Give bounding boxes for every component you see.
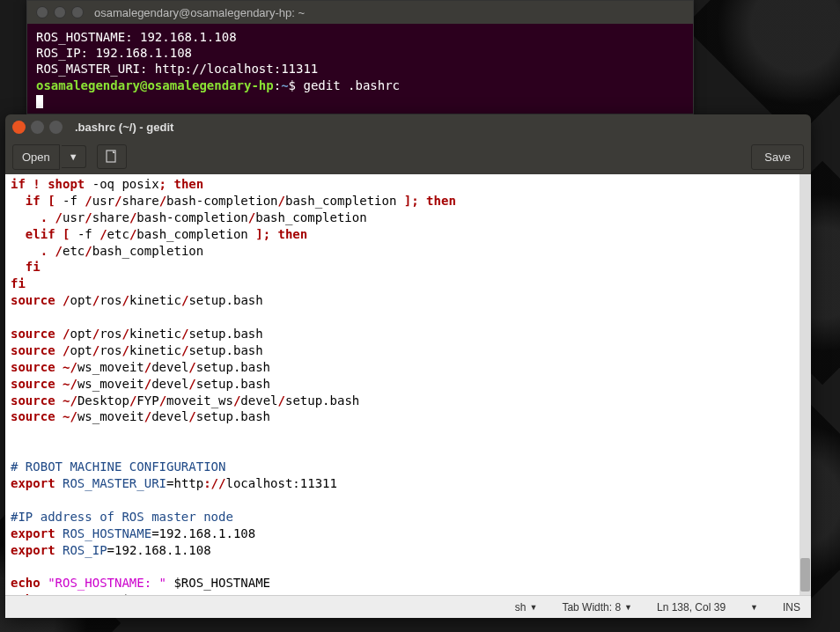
status-insert-mode[interactable]: INS [783, 601, 800, 614]
term-dollar: $ [289, 78, 304, 92]
terminal-close-icon[interactable] [36, 6, 48, 18]
terminal-cursor-icon [36, 95, 43, 108]
terminal-max-icon[interactable] [71, 6, 84, 18]
terminal-body[interactable]: ROS_HOSTNAME: 192.168.1.108 ROS_IP: 192.… [27, 24, 693, 114]
gedit-toolbar: Open ▼ Save [5, 139, 811, 174]
terminal-window: osamalegendary@osamalegendary-hp: ~ ROS_… [26, 0, 694, 114]
chevron-down-icon: ▼ [529, 603, 537, 612]
term-user: osamalegendary@osamalegendary-hp [36, 78, 274, 92]
gedit-titlebar[interactable]: .bashrc (~/) - gedit [5, 114, 811, 139]
close-icon[interactable] [12, 121, 26, 134]
status-language[interactable]: sh▼ [515, 601, 538, 614]
term-text: http://localhost:11311 [155, 62, 318, 76]
terminal-min-icon[interactable] [54, 6, 66, 18]
term-path: ~ [281, 78, 288, 92]
term-text: ROS_MASTER_URI: [36, 62, 155, 76]
status-cursor-pos: Ln 138, Col 39 [657, 601, 726, 614]
open-dropdown-button[interactable]: ▼ [62, 145, 86, 168]
open-button[interactable]: Open [12, 144, 60, 170]
statusbar: sh▼ Tab Width: 8▼ Ln 138, Col 39 ▼ INS [5, 595, 811, 618]
maximize-icon[interactable] [49, 121, 63, 134]
terminal-titlebar[interactable]: osamalegendary@osamalegendary-hp: ~ [27, 1, 693, 24]
new-document-button[interactable] [97, 144, 127, 169]
gedit-window: .bashrc (~/) - gedit Open ▼ Save if ! sh… [5, 114, 811, 618]
scroll-thumb[interactable] [800, 558, 810, 592]
term-text: ROS_IP: [36, 46, 95, 60]
term-sep: : [274, 78, 281, 92]
editor-scrollbar[interactable] [799, 174, 811, 595]
chevron-down-icon: ▼ [624, 603, 632, 612]
gedit-title: .bashrc (~/) - gedit [75, 121, 173, 134]
editor-content[interactable]: if ! shopt -oq posix; then if [ -f /usr/… [5, 174, 811, 595]
save-button[interactable]: Save [751, 144, 804, 170]
term-text: 192.168.1.108 [95, 46, 192, 60]
editor-area[interactable]: if ! shopt -oq posix; then if [ -f /usr/… [5, 174, 811, 595]
terminal-title: osamalegendary@osamalegendary-hp: ~ [94, 6, 305, 19]
term-cmd: gedit .bashrc [303, 78, 400, 92]
minimize-icon[interactable] [31, 121, 44, 134]
term-text: ROS_HOSTNAME: [36, 30, 140, 44]
chevron-down-icon[interactable]: ▼ [750, 603, 758, 612]
status-tab-width[interactable]: Tab Width: 8▼ [562, 601, 632, 614]
term-text: 192.168.1.108 [140, 30, 237, 44]
new-document-icon [105, 150, 119, 164]
